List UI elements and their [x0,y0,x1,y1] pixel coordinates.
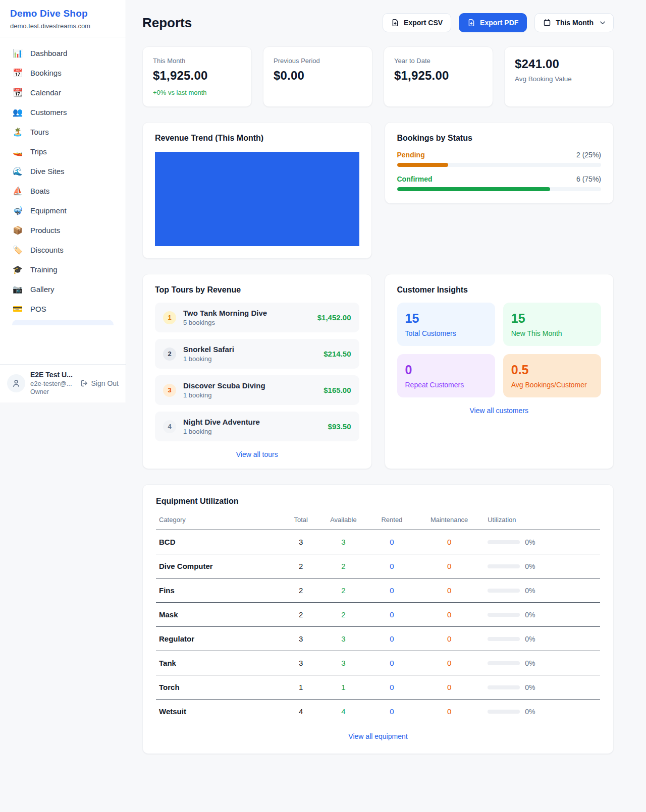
table-row: Wetsuit 4 4 0 0 0% [156,700,600,724]
tour-bookings: 1 booking [183,428,321,435]
utilization-bar [488,710,520,714]
tour-name: Discover Scuba Diving [183,381,316,390]
tours-icon: 🏝️ [12,127,23,137]
cell-total: 2 [285,578,317,603]
cell-rented: 0 [370,530,414,554]
sidebar-item-gallery[interactable]: 📷 Gallery [6,279,120,299]
period-select[interactable]: This Month [534,13,614,32]
utilization-bar [488,589,520,593]
cell-rented: 0 [370,651,414,675]
cell-maintenance: 0 [414,675,484,700]
stat-value: $241.00 [515,57,603,71]
stat-card-this-month: This Month $1,925.00 +0% vs last month [142,46,252,107]
status-label: Confirmed [397,175,433,183]
user-role: Owner [30,388,75,395]
cell-rented: 0 [370,627,414,651]
cell-available: 3 [317,627,370,651]
cell-available: 2 [317,603,370,627]
stat-value: $1,925.00 [153,69,241,83]
view-all-equipment-link[interactable]: View all equipment [156,732,600,740]
sidebar-item-dive-sites[interactable]: 🌊 Dive Sites [6,161,120,181]
avatar [7,374,25,392]
cell-total: 3 [285,627,317,651]
sidebar-item-trips[interactable]: 🚤 Trips [6,142,120,161]
cell-available: 3 [317,530,370,554]
tile-label: Total Customers [405,329,487,337]
insights-row: Top Tours by Revenue 1 Two Tank Morning … [142,274,614,469]
sidebar-item-equipment[interactable]: 🤿 Equipment [6,201,120,220]
document-download-icon [391,19,399,27]
document-download-icon [467,19,475,27]
main-content: Reports Export CSV Export PDF [126,0,646,774]
status-label: Pending [397,151,425,159]
cell-rented: 0 [370,675,414,700]
table-row: Dive Computer 2 2 0 0 0% [156,554,600,578]
stat-label: Previous Period [274,57,362,65]
sidebar-item-dashboard[interactable]: 📊 Dashboard [6,43,120,63]
stat-label: Avg Booking Value [515,75,603,83]
top-tours-card: Top Tours by Revenue 1 Two Tank Morning … [142,274,372,469]
calendar-icon: 📆 [12,88,23,97]
export-csv-button[interactable]: Export CSV [383,13,451,32]
table-row: Fins 2 2 0 0 0% [156,578,600,603]
training-icon: 🎓 [12,265,23,274]
sidebar-item-calendar[interactable]: 📆 Calendar [6,83,120,102]
nav-label: Trips [30,147,47,156]
discounts-icon: 🏷️ [12,245,23,255]
revenue-trend-bar [155,152,359,246]
utilization-bar [488,637,520,641]
nav-label: Bookings [30,69,62,77]
cell-total: 1 [285,675,317,700]
utilization-text: 0% [525,708,535,716]
utilization-bar [488,540,520,544]
sidebar-item-pos[interactable]: 💳 POS [6,299,120,319]
cell-utilization: 0% [484,627,600,651]
card-title: Bookings by Status [397,134,602,143]
rank-badge: 4 [163,420,176,433]
bookings-icon: 📅 [12,68,23,78]
cell-category: Tank [156,651,285,675]
cell-category: Regulator [156,627,285,651]
nav-label: POS [30,305,46,313]
sidebar-item-products[interactable]: 📦 Products [6,220,120,240]
sidebar-item-discounts[interactable]: 🏷️ Discounts [6,240,120,260]
rank-badge: 2 [163,347,176,361]
boats-icon: ⛵ [12,186,23,196]
tour-name: Two Tank Morning Dive [183,309,310,317]
export-pdf-button[interactable]: Export PDF [459,13,527,32]
tour-row: 1 Two Tank Morning Dive 5 bookings $1,45… [155,303,359,332]
tour-revenue: $1,452.00 [317,313,351,322]
cell-rented: 0 [370,554,414,578]
dive-sites-icon: 🌊 [12,166,23,176]
nav-label: Dashboard [30,49,67,57]
stat-delta: +0% vs last month [153,89,241,96]
stat-label: Year to Date [394,57,482,65]
sidebar-item-training[interactable]: 🎓 Training [6,260,120,279]
bookings-by-status-card: Bookings by Status Pending 2 (25%) Confi… [385,122,614,204]
view-all-customers-link[interactable]: View all customers [397,407,602,415]
sidebar-item-customers[interactable]: 👥 Customers [6,102,120,122]
stat-cards: This Month $1,925.00 +0% vs last month P… [142,46,614,107]
cell-maintenance: 0 [414,627,484,651]
sidebar-item-reports-active-clipped[interactable] [12,320,114,325]
utilization-text: 0% [525,659,535,667]
tour-name: Night Dive Adventure [183,418,321,426]
utilization-text: 0% [525,538,535,546]
sidebar-item-bookings[interactable]: 📅 Bookings [6,63,120,83]
cell-available: 3 [317,651,370,675]
tile-new-this-month: 15 New This Month [503,303,601,346]
page-title: Reports [142,15,192,31]
column-header-total: Total [285,509,317,530]
view-all-tours-link[interactable]: View all tours [155,450,359,458]
tour-revenue: $214.50 [324,350,351,358]
cell-total: 2 [285,603,317,627]
column-header-utilization: Utilization [484,509,600,530]
equipment-utilization-card: Equipment Utilization Category Total Ava… [142,484,614,754]
shop-domain: demo.test.divestreams.com [10,22,116,30]
tile-repeat-customers: 0 Repeat Customers [397,354,495,397]
nav-label: Boats [30,187,49,195]
sign-out-button[interactable]: Sign Out [80,379,119,387]
tile-value: 15 [405,311,487,326]
sidebar-item-boats[interactable]: ⛵ Boats [6,181,120,201]
sidebar-item-tours[interactable]: 🏝️ Tours [6,122,120,142]
